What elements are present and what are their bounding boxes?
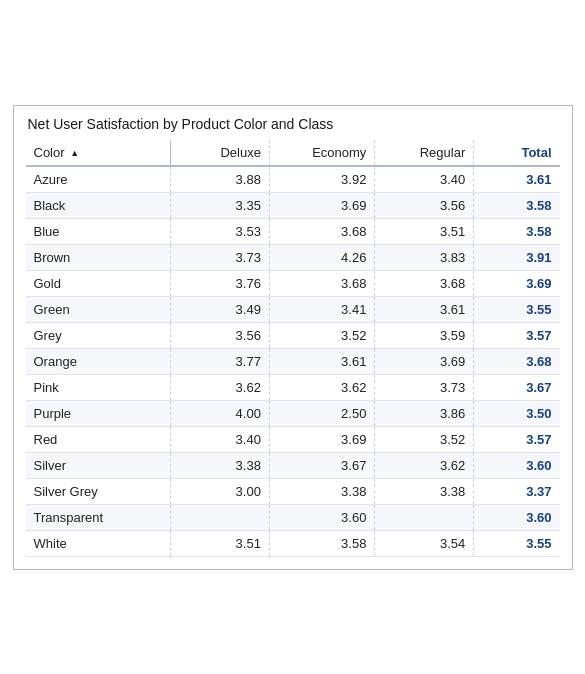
cell-total: 3.57 [474,322,560,348]
table-row: Grey3.563.523.593.57 [26,322,560,348]
cell-economy: 3.92 [269,166,374,193]
cell-economy: 3.38 [269,478,374,504]
cell-deluxe: 3.53 [171,218,270,244]
cell-economy: 3.58 [269,530,374,556]
col-header-economy[interactable]: Economy [269,140,374,166]
cell-deluxe: 3.77 [171,348,270,374]
cell-deluxe: 3.51 [171,530,270,556]
data-table: Color ▲ Deluxe Economy Regular Total Azu… [26,140,560,557]
cell-color: Transparent [26,504,171,530]
cell-regular: 3.68 [375,270,474,296]
cell-total: 3.60 [474,452,560,478]
table-row: Pink3.623.623.733.67 [26,374,560,400]
cell-color: Grey [26,322,171,348]
cell-regular: 3.51 [375,218,474,244]
cell-regular: 3.54 [375,530,474,556]
cell-deluxe: 3.00 [171,478,270,504]
table-row: Gold3.763.683.683.69 [26,270,560,296]
cell-regular: 3.38 [375,478,474,504]
cell-color: Orange [26,348,171,374]
cell-regular: 3.83 [375,244,474,270]
cell-regular: 3.86 [375,400,474,426]
table-row: Orange3.773.613.693.68 [26,348,560,374]
col-header-total[interactable]: Total [474,140,560,166]
cell-total: 3.68 [474,348,560,374]
cell-regular [375,504,474,530]
cell-regular: 3.62 [375,452,474,478]
cell-color: White [26,530,171,556]
cell-color: Brown [26,244,171,270]
cell-total: 3.55 [474,296,560,322]
table-header-row: Color ▲ Deluxe Economy Regular Total [26,140,560,166]
cell-economy: 3.41 [269,296,374,322]
cell-economy: 3.68 [269,270,374,296]
cell-color: Silver [26,452,171,478]
cell-total: 3.58 [474,218,560,244]
cell-total: 3.57 [474,426,560,452]
cell-total: 3.67 [474,374,560,400]
cell-color: Azure [26,166,171,193]
cell-deluxe: 3.88 [171,166,270,193]
table-row: Brown3.734.263.833.91 [26,244,560,270]
col-header-color[interactable]: Color ▲ [26,140,171,166]
table-row: Red3.403.693.523.57 [26,426,560,452]
cell-color: Gold [26,270,171,296]
cell-deluxe: 3.49 [171,296,270,322]
cell-color: Green [26,296,171,322]
cell-deluxe: 3.73 [171,244,270,270]
cell-deluxe: 3.40 [171,426,270,452]
table-row: Black3.353.693.563.58 [26,192,560,218]
cell-total: 3.60 [474,504,560,530]
cell-regular: 3.40 [375,166,474,193]
cell-economy: 3.69 [269,192,374,218]
table-row: Silver3.383.673.623.60 [26,452,560,478]
table-row: Blue3.533.683.513.58 [26,218,560,244]
sort-indicator: ▲ [70,148,79,158]
col-header-deluxe[interactable]: Deluxe [171,140,270,166]
table-body: Azure3.883.923.403.61Black3.353.693.563.… [26,166,560,557]
cell-total: 3.50 [474,400,560,426]
cell-regular: 3.61 [375,296,474,322]
cell-deluxe: 4.00 [171,400,270,426]
cell-economy: 4.26 [269,244,374,270]
col-header-regular[interactable]: Regular [375,140,474,166]
cell-economy: 2.50 [269,400,374,426]
cell-deluxe: 3.76 [171,270,270,296]
chart-container: Net User Satisfaction by Product Color a… [13,105,573,570]
cell-economy: 3.67 [269,452,374,478]
table-row: Green3.493.413.613.55 [26,296,560,322]
cell-regular: 3.59 [375,322,474,348]
cell-total: 3.69 [474,270,560,296]
cell-economy: 3.62 [269,374,374,400]
cell-color: Blue [26,218,171,244]
cell-total: 3.61 [474,166,560,193]
cell-regular: 3.52 [375,426,474,452]
cell-total: 3.58 [474,192,560,218]
cell-color: Silver Grey [26,478,171,504]
cell-total: 3.55 [474,530,560,556]
cell-total: 3.37 [474,478,560,504]
cell-economy: 3.68 [269,218,374,244]
table-row: White3.513.583.543.55 [26,530,560,556]
cell-total: 3.91 [474,244,560,270]
cell-deluxe: 3.35 [171,192,270,218]
cell-color: Purple [26,400,171,426]
cell-regular: 3.69 [375,348,474,374]
cell-regular: 3.56 [375,192,474,218]
table-row: Transparent3.603.60 [26,504,560,530]
cell-deluxe: 3.56 [171,322,270,348]
cell-economy: 3.60 [269,504,374,530]
cell-color: Red [26,426,171,452]
cell-regular: 3.73 [375,374,474,400]
cell-color: Black [26,192,171,218]
cell-deluxe: 3.62 [171,374,270,400]
table-row: Purple4.002.503.863.50 [26,400,560,426]
cell-deluxe: 3.38 [171,452,270,478]
cell-color: Pink [26,374,171,400]
chart-title: Net User Satisfaction by Product Color a… [26,116,560,132]
cell-economy: 3.69 [269,426,374,452]
table-row: Silver Grey3.003.383.383.37 [26,478,560,504]
cell-economy: 3.52 [269,322,374,348]
cell-economy: 3.61 [269,348,374,374]
table-row: Azure3.883.923.403.61 [26,166,560,193]
